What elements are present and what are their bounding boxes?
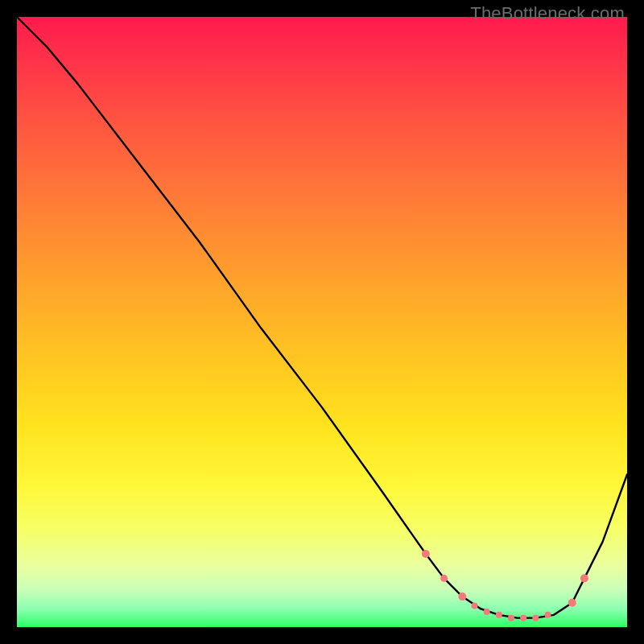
watermark-text: TheBottleneck.com bbox=[470, 3, 625, 24]
data-marker bbox=[508, 615, 514, 621]
chart-svg bbox=[17, 17, 627, 627]
bottleneck-curve bbox=[17, 17, 627, 618]
data-marker bbox=[544, 612, 551, 618]
chart-frame: TheBottleneck.com bbox=[0, 0, 644, 644]
data-marker bbox=[580, 574, 588, 582]
data-marker bbox=[496, 612, 502, 618]
data-marker bbox=[484, 609, 490, 615]
data-marker bbox=[520, 615, 526, 621]
data-marker bbox=[532, 615, 539, 621]
data-marker bbox=[440, 575, 448, 582]
data-marker bbox=[458, 592, 466, 601]
data-marker bbox=[568, 599, 576, 607]
data-marker bbox=[422, 550, 430, 558]
data-marker bbox=[472, 602, 478, 609]
data-markers bbox=[422, 550, 588, 621]
